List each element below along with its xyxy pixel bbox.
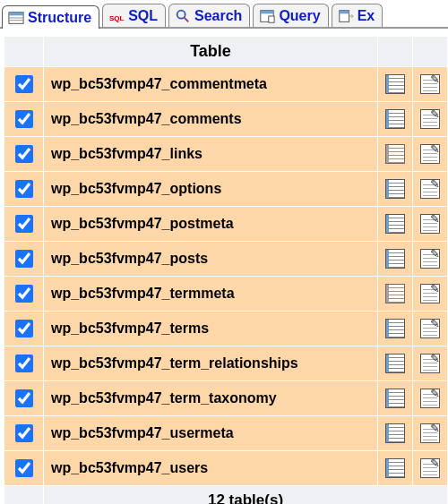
- row-table-name[interactable]: wp_bc53fvmp47_links: [44, 137, 378, 172]
- row-table-name[interactable]: wp_bc53fvmp47_options: [44, 172, 378, 207]
- row-checkbox-cell: [4, 451, 44, 486]
- row-action-browse-cell: [378, 102, 413, 137]
- tables-count: 12 table(s): [44, 486, 448, 505]
- tab-sql[interactable]: SQLSQL: [102, 4, 166, 27]
- svg-rect-11: [339, 11, 349, 14]
- row-checkbox[interactable]: [15, 215, 33, 233]
- structure-icon[interactable]: [420, 179, 440, 199]
- row-action-structure-cell: [413, 312, 448, 346]
- row-table-name[interactable]: wp_bc53fvmp47_postmeta: [44, 207, 378, 242]
- row-action-browse-cell: [378, 277, 413, 312]
- row-checkbox[interactable]: [15, 424, 33, 442]
- row-table-name[interactable]: wp_bc53fvmp47_commentmeta: [44, 67, 378, 102]
- row-checkbox-cell: [4, 137, 44, 172]
- row-checkbox[interactable]: [15, 285, 33, 303]
- tab-label: Structure: [28, 10, 91, 26]
- row-table-name[interactable]: wp_bc53fvmp47_usermeta: [44, 416, 378, 451]
- footer-spacer: [4, 486, 44, 505]
- browse-icon[interactable]: [385, 319, 405, 338]
- row-table-name[interactable]: wp_bc53fvmp47_term_relationships: [44, 346, 378, 381]
- browse-icon[interactable]: [385, 74, 405, 94]
- table-row: wp_bc53fvmp47_term_taxonomy: [4, 381, 448, 416]
- structure-icon[interactable]: [420, 319, 440, 338]
- tab-label: SQL: [128, 8, 158, 24]
- row-action-structure-cell: [413, 207, 448, 242]
- structure-icon[interactable]: [420, 249, 440, 269]
- structure-icon[interactable]: [420, 423, 440, 443]
- row-table-name[interactable]: wp_bc53fvmp47_users: [44, 451, 378, 486]
- tab-structure[interactable]: Structure: [2, 5, 99, 29]
- browse-icon[interactable]: [385, 179, 405, 199]
- row-checkbox[interactable]: [15, 75, 33, 93]
- browse-icon[interactable]: [385, 284, 405, 303]
- structure-icon[interactable]: [420, 354, 440, 373]
- row-table-name[interactable]: wp_bc53fvmp47_termmeta: [44, 277, 378, 312]
- tab-query[interactable]: Query: [253, 4, 328, 27]
- row-checkbox-cell: [4, 207, 44, 242]
- browse-icon[interactable]: [385, 214, 405, 234]
- svg-rect-1: [9, 13, 23, 16]
- table-row: wp_bc53fvmp47_options: [4, 172, 448, 207]
- tab-label: Query: [279, 8, 320, 24]
- row-action-structure-cell: [413, 277, 448, 312]
- col-checkbox: [4, 37, 44, 67]
- row-checkbox[interactable]: [15, 250, 33, 268]
- browse-icon[interactable]: [385, 109, 405, 129]
- row-action-browse-cell: [378, 137, 413, 172]
- svg-text:SQL: SQL: [109, 14, 125, 22]
- row-checkbox[interactable]: [15, 389, 33, 407]
- row-action-structure-cell: [413, 346, 448, 381]
- tab-label: Ex: [358, 8, 375, 24]
- browse-icon[interactable]: [385, 144, 405, 164]
- col-action-structure: [413, 37, 448, 67]
- row-action-browse-cell: [378, 312, 413, 346]
- tab-search[interactable]: Search: [168, 4, 250, 27]
- table-row: wp_bc53fvmp47_termmeta: [4, 277, 448, 312]
- svg-line-6: [185, 18, 189, 22]
- row-checkbox[interactable]: [15, 459, 33, 477]
- table-row: wp_bc53fvmp47_links: [4, 137, 448, 172]
- col-action-browse: [378, 37, 413, 67]
- row-table-name[interactable]: wp_bc53fvmp47_posts: [44, 242, 378, 277]
- browse-icon[interactable]: [385, 389, 405, 408]
- table-row: wp_bc53fvmp47_posts: [4, 242, 448, 277]
- row-checkbox-cell: [4, 277, 44, 312]
- table-row: wp_bc53fvmp47_terms: [4, 312, 448, 346]
- row-table-name[interactable]: wp_bc53fvmp47_comments: [44, 102, 378, 137]
- row-checkbox-cell: [4, 172, 44, 207]
- row-checkbox[interactable]: [15, 180, 33, 198]
- browse-icon[interactable]: [385, 458, 405, 478]
- browse-icon[interactable]: [385, 354, 405, 373]
- row-action-structure-cell: [413, 172, 448, 207]
- structure-icon[interactable]: [420, 144, 440, 164]
- row-checkbox-cell: [4, 416, 44, 451]
- table-wrap: Table wp_bc53fvmp47_commentmetawp_bc53fv…: [0, 29, 448, 504]
- row-checkbox-cell: [4, 346, 44, 381]
- browse-icon[interactable]: [385, 423, 405, 443]
- row-action-structure-cell: [413, 381, 448, 416]
- table-row: wp_bc53fvmp47_postmeta: [4, 207, 448, 242]
- row-checkbox[interactable]: [15, 145, 33, 163]
- row-checkbox-cell: [4, 242, 44, 277]
- svg-rect-8: [261, 11, 273, 14]
- row-action-browse-cell: [378, 346, 413, 381]
- browse-icon[interactable]: [385, 249, 405, 269]
- row-checkbox[interactable]: [15, 355, 33, 372]
- structure-icon[interactable]: [420, 458, 440, 478]
- structure-icon[interactable]: [420, 214, 440, 234]
- structure-icon[interactable]: [420, 389, 440, 408]
- structure-icon[interactable]: [420, 284, 440, 303]
- row-action-browse-cell: [378, 67, 413, 102]
- row-action-structure-cell: [413, 451, 448, 486]
- row-checkbox-cell: [4, 381, 44, 416]
- svg-point-5: [177, 11, 185, 19]
- row-table-name[interactable]: wp_bc53fvmp47_term_taxonomy: [44, 381, 378, 416]
- row-checkbox[interactable]: [15, 110, 33, 128]
- tab-ex[interactable]: Ex: [332, 4, 383, 27]
- row-table-name[interactable]: wp_bc53fvmp47_terms: [44, 312, 378, 346]
- structure-icon[interactable]: [420, 74, 440, 94]
- structure-icon[interactable]: [420, 109, 440, 129]
- tables-table: Table wp_bc53fvmp47_commentmetawp_bc53fv…: [4, 36, 448, 504]
- row-action-browse-cell: [378, 381, 413, 416]
- row-checkbox[interactable]: [15, 320, 33, 337]
